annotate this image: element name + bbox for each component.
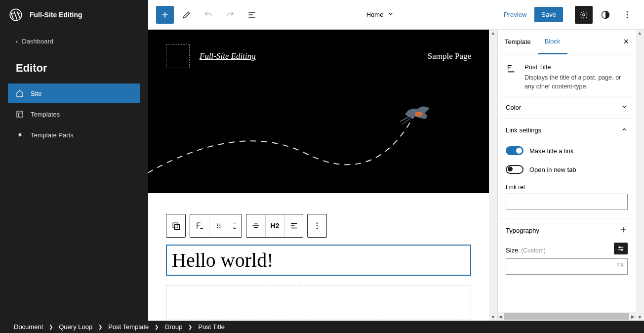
tab-block[interactable]: Block [538,30,567,54]
align-button[interactable] [246,214,265,237]
featured-image-placeholder[interactable] [166,286,471,320]
editor-canvas[interactable]: Full-Site Editing Sample Page [148,30,489,321]
link-rel-input[interactable] [506,194,628,210]
inspector-scrollbar[interactable]: ◀ ▶ [498,312,636,321]
add-block-button[interactable] [156,6,174,24]
breadcrumb-bar: Document ❯ Query Loop ❯ Post Template ❯ … [0,321,644,333]
redo-button[interactable] [221,6,239,24]
block-type-button[interactable] [190,214,209,237]
canvas-scrollbar[interactable]: ▲ ▼ [489,30,497,321]
sidebar-item-templates[interactable]: Templates [8,104,140,124]
block-inspector: Template Block × Post Title Displays the… [497,30,636,321]
panel-typography[interactable]: Typography [498,218,636,243]
breadcrumb-item[interactable]: Post Title [198,323,224,331]
settings-button[interactable] [575,6,593,24]
svg-point-16 [317,223,318,224]
panel-color[interactable]: Color [498,96,636,119]
svg-point-10 [217,223,218,224]
main-area: Home Preview Save Full-Site Editing Samp… [148,0,644,321]
post-title-icon [506,63,518,91]
select-parent-button[interactable] [166,214,185,237]
styles-button[interactable] [597,6,614,24]
more-options-button[interactable] [618,6,636,24]
site-header-block[interactable]: Full-Site Editing Sample Page [148,30,489,193]
make-title-link-toggle[interactable] [506,146,523,155]
scroll-down-icon[interactable]: ▼ [638,315,642,320]
nav-link-sample-page[interactable]: Sample Page [428,51,471,61]
svg-point-11 [219,223,220,224]
undo-button[interactable] [200,6,217,24]
svg-point-14 [217,227,218,228]
sidebar-item-site[interactable]: Site [8,83,140,103]
chevron-right-icon: ❯ [155,324,159,330]
breadcrumb-item[interactable]: Post Template [108,323,149,331]
back-to-dashboard[interactable]: ‹ Dashboard [0,30,148,53]
close-inspector-button[interactable]: × [616,37,636,47]
post-title-block[interactable]: Hello world! [166,245,471,276]
open-new-tab-toggle[interactable] [506,165,523,174]
save-button[interactable]: Save [534,7,563,22]
svg-point-18 [317,228,318,229]
scroll-down-icon[interactable]: ▼ [491,315,495,320]
sidebar-nav: Site Templates Template Parts [0,83,148,146]
chevron-up-icon [621,126,628,134]
font-size-input[interactable] [506,258,628,275]
svg-rect-8 [173,223,178,228]
scroll-up-icon[interactable]: ▲ [491,31,495,36]
document-title[interactable]: Home [265,10,496,19]
chevron-right-icon: ❯ [49,324,53,330]
scroll-right-icon[interactable]: ▶ [631,314,635,319]
sidebar-label: Templates [31,111,60,118]
text-align-button[interactable] [284,214,303,237]
toggle-label: Make title a link [529,147,574,155]
block-toolbar: H2 [166,214,471,238]
heading-level-button[interactable]: H2 [265,214,284,237]
svg-point-13 [219,225,220,226]
decorative-bird-path [148,89,489,178]
document-overview-button[interactable] [243,6,261,24]
block-description: Displays the title of a post, page, or a… [524,74,628,91]
panel-link-settings[interactable]: Link settings [498,119,636,141]
breadcrumb-item[interactable]: Group [164,323,182,331]
wordpress-logo-icon[interactable] [8,7,24,23]
svg-rect-1 [17,111,23,117]
site-name: Full-Site Editing [30,11,82,19]
edit-tool-button[interactable] [178,6,196,24]
plus-icon[interactable] [619,225,628,236]
svg-point-17 [317,225,318,226]
block-more-button[interactable] [308,214,326,237]
size-preset-button[interactable] [614,243,628,254]
svg-point-5 [627,14,628,15]
site-logo-placeholder[interactable] [166,44,190,68]
breadcrumb-item[interactable]: Query Loop [59,323,92,331]
svg-point-19 [619,247,621,248]
site-title-link[interactable]: Full-Site Editing [200,51,256,61]
svg-point-15 [219,227,220,228]
svg-point-20 [621,249,623,250]
inspector-v-scrollbar[interactable]: ▲ ▼ [636,30,644,321]
breadcrumb-item[interactable]: Document [14,323,43,331]
svg-point-4 [627,11,628,12]
home-icon [15,88,25,98]
svg-point-12 [217,225,218,226]
size-label: Size [506,247,518,254]
panel-label: Color [506,104,521,111]
preview-button[interactable]: Preview [500,11,530,18]
svg-point-2 [583,13,585,16]
toggle-label: Open in new tab [529,166,576,173]
editor-topbar: Home Preview Save [148,0,644,30]
svg-rect-9 [175,225,180,230]
sidebar-item-template-parts[interactable]: Template Parts [8,125,140,145]
move-buttons[interactable] [228,214,242,237]
scroll-left-icon[interactable]: ◀ [499,314,502,319]
sidebar-label: Template Parts [31,131,74,139]
scrollbar-thumb[interactable] [504,313,629,320]
chevron-down-icon [387,10,394,19]
chevron-down-icon [621,103,628,112]
panel-label: Typography [506,227,539,234]
drag-handle[interactable] [209,214,228,237]
admin-sidebar: Full-Site Editing ‹ Dashboard Editor Sit… [0,0,148,321]
scroll-up-icon[interactable]: ▲ [638,31,642,36]
size-custom-label: (Custom) [521,247,545,254]
tab-template[interactable]: Template [498,30,538,53]
